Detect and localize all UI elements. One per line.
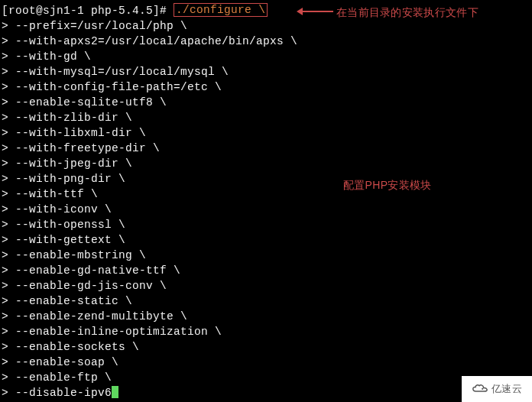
config-line: > --with-libxml-dir \ [2, 125, 532, 141]
config-line: > --with-config-file-path=/etc \ [2, 79, 532, 95]
config-line: > --with-gettext \ [2, 232, 532, 248]
config-line: > --with-zlib-dir \ [2, 110, 532, 125]
terminal-cursor [112, 386, 118, 398]
config-line: > --enable-static \ [2, 293, 532, 309]
svg-point-0 [482, 388, 483, 390]
config-line: > --enable-inline-optimization \ [2, 324, 532, 339]
config-line: > --prefix=/usr/local/php \ [2, 18, 532, 34]
configure-command: ./configure \ [176, 4, 265, 16]
config-line: > --with-openssl \ [2, 217, 532, 232]
config-line: > --with-ttf \ [2, 186, 532, 202]
arrow-icon [301, 11, 333, 12]
annotation-mid: 配置PHP安装模块 [343, 177, 432, 193]
config-line: > --with-mysql=/usr/local/mysql \ [2, 64, 532, 79]
config-line: > --with-freetype-dir \ [2, 141, 532, 156]
cloud-icon [472, 384, 488, 394]
config-line: > --enable-ftp \ [2, 370, 532, 385]
current-dir: php-5.4.5 [91, 5, 153, 17]
config-line: > --with-iconv \ [2, 202, 532, 217]
watermark-badge: 亿速云 [462, 376, 532, 402]
last-option: > --disable-ipv6 [2, 387, 112, 399]
config-line: > --enable-gd-jis-conv \ [2, 278, 532, 293]
prompt-text: [root@sjn1-1 php-5.4.5]# [2, 3, 174, 18]
annotation-top: 在当前目录的安装执行文件下 [336, 5, 478, 20]
config-line: > --enable-sqlite-utf8 \ [2, 95, 532, 110]
config-line: > --enable-sockets \ [2, 339, 532, 355]
config-line: > --enable-soap \ [2, 355, 532, 370]
config-line-last: > --disable-ipv6 [2, 385, 532, 400]
terminal-output[interactable]: [root@sjn1-1 php-5.4.5]# ./configure \ >… [2, 3, 532, 400]
config-line: > --with-gd \ [2, 49, 532, 64]
config-line: > --with-jpeg-dir \ [2, 156, 532, 171]
prompt-symbol: # [160, 5, 167, 17]
config-line: > --enable-gd-native-ttf \ [2, 263, 532, 278]
user-host: root@sjn1-1 [8, 5, 84, 17]
config-line: > --with-apxs2=/usr/local/apache/bin/apx… [2, 34, 532, 49]
config-line: > --with-png-dir \ [2, 171, 532, 186]
watermark-text: 亿速云 [491, 381, 522, 397]
command-highlight-box: ./configure \ [174, 3, 268, 17]
config-line: > --enable-mbstring \ [2, 248, 532, 263]
config-line: > --enable-zend-multibyte \ [2, 309, 532, 324]
